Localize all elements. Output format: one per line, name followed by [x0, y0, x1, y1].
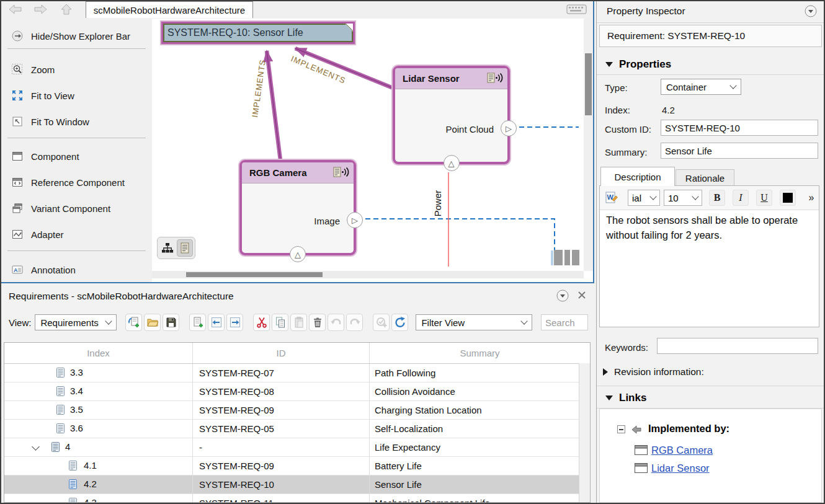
implements-link-rgb-camera[interactable] — [267, 51, 280, 160]
palette-item-explorer-bar[interactable]: Hide/Show Explorer Bar — [1, 29, 152, 43]
component-lidar-sensor[interactable]: Lidar Sensor Point Cloud ▷ △ — [393, 66, 510, 164]
bold-button[interactable]: B — [709, 190, 725, 206]
underline-button[interactable]: U — [756, 190, 772, 206]
toolbar-overflow-button[interactable]: » — [805, 190, 818, 206]
forward-button[interactable] — [31, 3, 50, 17]
document-icon — [181, 242, 190, 254]
palette-item-fit-to-view[interactable]: Fit to View — [1, 88, 152, 103]
tab-rationale[interactable]: Rationale — [676, 169, 734, 186]
link-rgb-camera[interactable]: RGB Camera — [651, 444, 713, 456]
demote-requirement-button[interactable] — [226, 314, 243, 331]
open-button[interactable] — [144, 314, 161, 331]
redo-button[interactable] — [346, 314, 363, 331]
palette-divider — [7, 250, 146, 251]
cut-button[interactable] — [253, 314, 270, 331]
palette-item-fit-to-window[interactable]: Fit To Window — [1, 114, 152, 129]
column-header-id[interactable]: ID — [193, 343, 370, 363]
new-requirement-set-icon — [128, 316, 140, 329]
column-header-index[interactable]: Index — [4, 343, 193, 363]
table-row[interactable]: 3.4 SYSTEM-REQ-08 Collision Avoidance — [4, 382, 590, 401]
palette-item-adapter[interactable]: Adapter — [1, 227, 152, 242]
port-label-image: Image — [314, 216, 340, 226]
circled-caret-icon — [556, 289, 569, 303]
canvas-view-toggle — [157, 237, 195, 259]
delete-button[interactable] — [309, 314, 326, 331]
refresh-button[interactable] — [391, 314, 408, 331]
inspector-menu-button[interactable] — [804, 4, 818, 18]
links-section-header[interactable]: Links — [597, 388, 825, 409]
port-image[interactable]: ▷ — [347, 212, 363, 228]
custom-id-input[interactable] — [661, 120, 818, 136]
requirement-doc-icon — [56, 405, 65, 417]
expand-chevron-icon[interactable] — [32, 443, 40, 451]
connector-overlay: Power IMPLEMENTS IMPLEME — [152, 19, 593, 282]
paste-button[interactable] — [290, 314, 307, 331]
font-size-dropdown[interactable]: 10 — [664, 190, 702, 206]
keyboard-shortcuts-button[interactable] — [566, 4, 588, 16]
table-row[interactable]: 3.5 SYSTEM-REQ-09 Charging Station Locat… — [4, 401, 590, 420]
panel-close-button[interactable] — [577, 291, 587, 301]
index-label: Index: — [605, 105, 630, 115]
view-dropdown[interactable]: Requirements — [35, 314, 117, 330]
description-text[interactable]: The robot sensors shall be able to opera… — [606, 213, 813, 243]
revision-information-row[interactable]: Revision information: — [597, 363, 825, 381]
component-rgb-camera[interactable]: RGB Camera Image ▷ △ — [239, 160, 356, 255]
palette-item-zoom[interactable]: Zoom — [1, 62, 152, 77]
canvas-horizontal-scrollbar[interactable] — [152, 271, 584, 278]
save-button[interactable] — [163, 314, 179, 331]
scrollbar-thumb[interactable] — [186, 272, 323, 277]
annotation-icon: A — [11, 263, 24, 276]
canvas-vertical-scrollbar[interactable] — [584, 19, 593, 271]
table-vertical-scrollbar[interactable] — [579, 363, 590, 502]
summary-input[interactable] — [661, 143, 818, 159]
palette-item-reference-component[interactable]: Reference Component — [1, 175, 152, 190]
back-button[interactable] — [6, 3, 25, 17]
requirement-link-badge-icon — [487, 72, 503, 87]
tab-description[interactable]: Description — [600, 167, 675, 186]
diagram-canvas[interactable]: Power IMPLEMENTS IMPLEME — [152, 19, 593, 282]
font-family-dropdown[interactable]: ial — [628, 190, 660, 206]
italic-button[interactable]: I — [733, 190, 749, 206]
copy-button[interactable] — [272, 314, 288, 331]
palette-item-label: Fit to View — [31, 91, 74, 101]
new-requirement-set-button[interactable] — [125, 314, 142, 331]
undo-button[interactable] — [328, 314, 344, 331]
type-dropdown[interactable]: Container — [661, 79, 741, 95]
up-button[interactable] — [57, 3, 76, 17]
requirements-view-button[interactable] — [177, 239, 193, 257]
table-row[interactable]: 3.3 SYSTEM-REQ-07 Path Following — [4, 364, 590, 382]
palette-item-variant-component[interactable]: Variant Component — [1, 201, 152, 216]
add-requirement-button[interactable] — [189, 314, 206, 331]
keywords-input[interactable] — [657, 338, 818, 354]
word-document-button[interactable]: W — [604, 190, 620, 206]
table-row[interactable]: 3.6 SYSTEM-REQ-05 Self-Localization — [4, 420, 590, 438]
font-color-button[interactable] — [780, 190, 796, 206]
add-link-button[interactable] — [373, 314, 390, 331]
palette-item-label: Component — [31, 151, 79, 162]
component-header: Lidar Sensor — [395, 68, 507, 89]
hierarchy-view-button[interactable] — [159, 239, 176, 257]
table-row[interactable]: 4.1 SYSTEM-REQ-09 Battery Life — [4, 457, 590, 475]
promote-requirement-button[interactable] — [208, 314, 225, 331]
search-input[interactable] — [541, 314, 588, 330]
scrollbar-thumb[interactable] — [585, 53, 592, 115]
port-point-cloud[interactable]: ▷ — [501, 120, 517, 136]
table-row-selected[interactable]: 4.2 SYSTEM-REQ-10 Sensor Life — [4, 475, 590, 494]
palette-item-annotation[interactable]: A Annotation — [1, 262, 152, 277]
port-camera-power[interactable]: △ — [290, 246, 306, 262]
panel-menu-button[interactable] — [556, 289, 569, 303]
tab-model[interactable]: scMobileRobotHardwareArchitecture — [86, 1, 253, 18]
collapse-minus-icon[interactable] — [617, 425, 625, 433]
filter-view-dropdown[interactable]: Filter View — [416, 314, 532, 330]
keyboard-icon — [566, 4, 587, 15]
link-lidar-sensor[interactable]: Lidar Sensor — [651, 462, 710, 474]
palette-item-component[interactable]: Component — [1, 149, 152, 164]
column-header-summary[interactable]: Summary — [370, 343, 590, 363]
table-row[interactable]: 4.3 SYSTEM-REQ-11 Mechanical Component L… — [4, 494, 590, 503]
check-plus-icon — [375, 316, 388, 329]
palette-sidebar: Hide/Show Explorer Bar Zoom Fit to View … — [1, 19, 153, 282]
table-row-parent[interactable]: 4 - Life Expectancy — [4, 438, 590, 457]
port-lidar-power[interactable]: △ — [444, 155, 460, 171]
requirement-annotation-box[interactable]: SYSTEM-REQ-10: Sensor Life — [161, 22, 355, 44]
properties-section-header[interactable]: Properties — [597, 55, 825, 75]
